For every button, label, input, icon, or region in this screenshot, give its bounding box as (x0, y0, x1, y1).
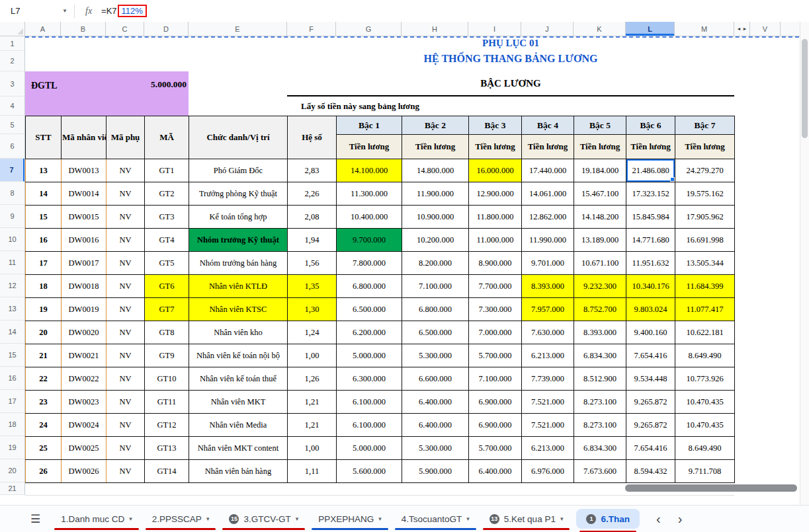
column-title-header[interactable]: MÃ (145, 116, 189, 159)
column-header-M[interactable]: M (675, 22, 734, 36)
cell[interactable]: 11.800.000 (469, 206, 522, 229)
row-header-16[interactable]: 16 (0, 367, 24, 390)
cell[interactable]: 14.771.680 (626, 229, 675, 252)
cell[interactable]: 7.100.000 (402, 275, 469, 298)
cell[interactable]: 5.900.000 (402, 460, 469, 483)
cell[interactable]: 14.100.000 (337, 159, 402, 182)
bac-header[interactable]: Bậc 5 (574, 116, 626, 135)
cell[interactable]: Nhân viên MKT (189, 391, 288, 414)
cell[interactable]: 6.213.000 (522, 437, 574, 460)
cell[interactable]: 8.393.000 (574, 321, 626, 344)
row-header-10[interactable]: 10 (0, 228, 24, 251)
cell[interactable]: 2,83 (288, 159, 337, 182)
cell[interactable]: 11.990.000 (522, 229, 574, 252)
cell[interactable]: 6.100.000 (337, 414, 402, 437)
cell[interactable]: NV (106, 182, 145, 206)
cell[interactable]: 11.000.000 (469, 229, 522, 252)
cell[interactable]: DW0014 (62, 182, 106, 206)
all-sheets-menu-icon[interactable]: ☰ (30, 512, 40, 526)
row-header-19[interactable]: 19 (0, 436, 24, 459)
column-header-K[interactable]: K (574, 22, 626, 36)
cell[interactable]: NV (106, 460, 145, 483)
cell[interactable]: 23 (26, 391, 62, 414)
cell[interactable]: 10.671.100 (574, 252, 626, 275)
cell[interactable]: NV (106, 367, 145, 391)
cell[interactable]: 25 (26, 437, 62, 460)
column-header-E[interactable]: E (189, 22, 287, 36)
cell[interactable]: 5.000.000 (337, 437, 402, 460)
row-header-1[interactable]: 1 (0, 36, 24, 51)
column-title-header[interactable]: STT (26, 116, 62, 159)
cell[interactable]: 17.440.000 (522, 159, 574, 182)
row-header-18[interactable]: 18 (0, 413, 24, 436)
cell[interactable]: 10.470.435 (675, 414, 735, 437)
tab-menu-caret-icon[interactable]: ▾ (466, 515, 470, 522)
cell[interactable]: 14 (26, 182, 62, 206)
cell[interactable]: DW0024 (62, 414, 106, 437)
cell[interactable]: GT7 (145, 298, 189, 321)
cell[interactable]: 2,26 (288, 182, 337, 206)
tab-menu-caret-icon[interactable]: ▾ (206, 515, 210, 522)
cell[interactable]: NV (106, 252, 145, 275)
cell[interactable]: 7.654.416 (626, 344, 675, 367)
cell[interactable]: 8.512.900 (574, 367, 626, 391)
row-header-3[interactable]: 3 (0, 71, 24, 96)
cell[interactable]: 10.900.000 (402, 206, 469, 229)
cell[interactable]: 13 (26, 159, 62, 182)
cell[interactable]: DW0016 (62, 229, 106, 252)
tien-luong-header[interactable]: Tiền lương (675, 135, 735, 159)
cell[interactable]: 8.900.000 (469, 252, 522, 275)
cell[interactable]: 1,21 (288, 391, 337, 414)
cell[interactable]: 21 (26, 344, 62, 367)
cell[interactable]: 5.600.000 (337, 460, 402, 483)
cell[interactable]: 6.213.000 (522, 344, 574, 367)
cell[interactable]: NV (106, 275, 145, 298)
cell[interactable]: Nhân viên bán hàng (189, 460, 288, 483)
cell[interactable]: Nhân viên KTSC (189, 298, 288, 321)
hidden-columns-left-arrow-icon[interactable]: ◄ (737, 26, 742, 31)
column-header-H[interactable]: H (402, 22, 468, 36)
cell[interactable]: 8.752.700 (574, 298, 626, 321)
tab-menu-caret-icon[interactable]: ▾ (378, 515, 382, 522)
column-title-header[interactable]: Hệ số (288, 116, 337, 159)
column-header-D[interactable]: D (144, 22, 189, 36)
cell[interactable]: 5.300.000 (402, 437, 469, 460)
column-header-V[interactable]: V (750, 22, 781, 36)
vertical-scrollbar[interactable] (800, 22, 809, 506)
cell[interactable]: Nhân viên MKT content (189, 437, 288, 460)
tien-luong-header[interactable]: Tiền lương (402, 135, 469, 159)
cell[interactable]: 7.739.000 (522, 367, 574, 391)
tien-luong-header[interactable]: Tiền lương (522, 135, 574, 159)
cell[interactable]: 16 (26, 229, 62, 252)
column-header-C[interactable]: C (106, 22, 144, 36)
cell[interactable]: 1,00 (288, 344, 337, 367)
cell[interactable]: 7.000.000 (469, 321, 522, 344)
cell[interactable]: 11.077.417 (675, 298, 735, 321)
cell[interactable]: 8.649.490 (675, 344, 735, 367)
cell[interactable]: 14.061.000 (522, 182, 574, 206)
column-title-header[interactable]: Mã phụ (106, 116, 145, 159)
tab-menu-caret-icon[interactable]: ▾ (129, 515, 132, 522)
row-header-13[interactable]: 13 (0, 297, 24, 321)
cell[interactable]: 9.232.300 (574, 275, 626, 298)
cell[interactable]: 1,30 (288, 298, 337, 321)
sheet-title-cell[interactable]: PHỤ LỤC 01 (287, 38, 734, 49)
cell[interactable]: 17.323.152 (626, 182, 675, 206)
horizontal-scrollbar-thumb[interactable] (625, 484, 797, 492)
cell[interactable]: 7.957.000 (522, 298, 574, 321)
sheet-tab-PPXEPHANG[interactable]: PPXEPHANG▾ (308, 506, 392, 532)
row-header-21[interactable]: 21 (0, 482, 24, 495)
cell[interactable]: 7.521.000 (522, 414, 574, 437)
cell[interactable]: Nhân viên kho (189, 321, 288, 344)
cell[interactable]: 5.700.000 (469, 344, 522, 367)
cell[interactable]: GT13 (145, 437, 189, 460)
cell[interactable]: NV (106, 159, 145, 182)
cell[interactable]: 1,24 (288, 321, 337, 344)
cell[interactable]: 7.700.000 (469, 275, 522, 298)
row-header-4[interactable]: 4 (0, 96, 24, 116)
sheet-tab-6-Than[interactable]: 16.Than (576, 509, 640, 529)
cell[interactable]: DW0019 (62, 298, 106, 321)
cell[interactable]: 9.400.160 (626, 321, 675, 344)
cell[interactable]: 6.834.300 (574, 437, 626, 460)
cell[interactable]: 6.400.000 (402, 414, 469, 437)
